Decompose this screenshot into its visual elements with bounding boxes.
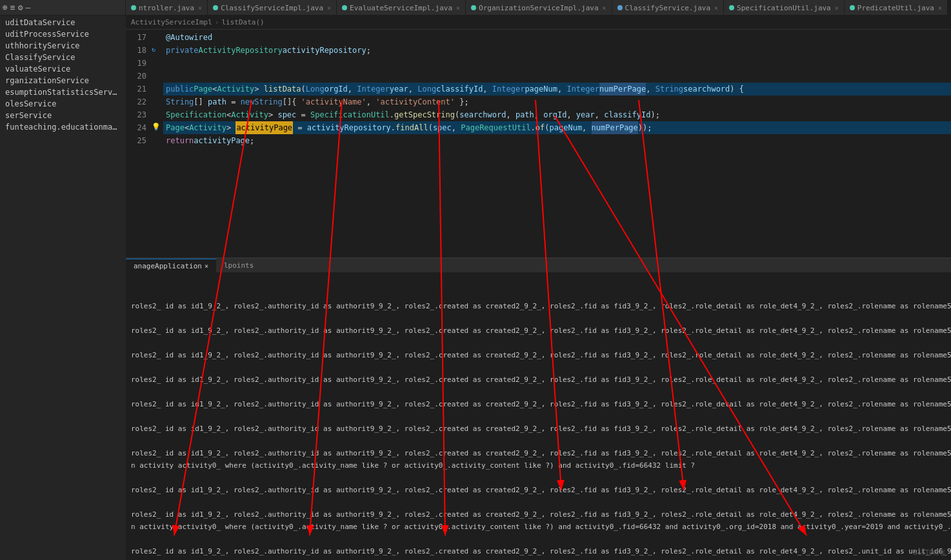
bottom-panel: anageApplication×lpoints roles2_ id as i… — [126, 257, 951, 560]
code-line: private ActivityRepository activityRepos… — [163, 44, 951, 57]
icon-section: ⊕ ≡ ⚙ — — [0, 0, 126, 15]
panel-line — [126, 435, 951, 447]
line-numbers: 171819202122232425 — [126, 30, 152, 257]
panel-line — [126, 361, 951, 374]
tab-tab3[interactable]: EvaluateServiceImpl.java× — [337, 0, 466, 15]
sidebar-item-5[interactable]: rganizationService — [0, 75, 126, 86]
breadcrumb-method[interactable]: listData() — [221, 18, 264, 26]
tab-tab5[interactable]: ClassifyService.java× — [612, 0, 724, 15]
minimize-icon[interactable]: — — [25, 3, 30, 12]
tab-dot — [342, 5, 347, 10]
breadcrumb: ActivityServiceImpl › listData() — [126, 15, 951, 30]
sidebar-item-4[interactable]: valuateService — [0, 63, 126, 75]
panel-tabs: anageApplication×lpoints — [126, 259, 951, 273]
tab-tab1[interactable]: ntroller.java× — [126, 0, 208, 15]
tab-dot — [617, 5, 623, 10]
panel-tab[interactable]: lpoints — [216, 259, 261, 273]
panel-line — [126, 472, 951, 484]
watermark: 51CTO博客 — [914, 548, 946, 557]
line-number: 19 — [126, 57, 146, 70]
tab-close-button[interactable]: × — [714, 5, 718, 12]
panel-line: n activity activity0_ where (activity0_.… — [126, 521, 951, 533]
main-area: uditDataServiceuditProcessServiceuthhori… — [0, 15, 951, 560]
panel-line — [126, 533, 951, 545]
gutter-cell — [152, 55, 163, 68]
menu-icon[interactable]: ≡ — [10, 3, 15, 12]
tab-bar: ntroller.java×ClassifyServiceImpl.java×E… — [126, 0, 951, 15]
tab-label: PredicateUtil.java — [857, 4, 934, 12]
tab-label: SpecificationUtil.java — [737, 4, 831, 12]
code-line: @Autowired — [163, 31, 951, 44]
gutter-cell — [152, 68, 163, 81]
gutter-cell — [152, 133, 163, 146]
tab-label: ntroller.java — [139, 4, 194, 12]
settings-icon[interactable]: ⚙ — [18, 3, 23, 12]
line-number: 20 — [126, 70, 146, 83]
panel-line — [126, 496, 951, 508]
sidebar-item-3[interactable]: ClassifyService — [0, 52, 126, 63]
line-number: 25 — [126, 134, 146, 147]
tab-tab4[interactable]: OrganizationServiceImpl.java× — [466, 0, 612, 15]
panel-line: roles2_ id as id1_9_2_, roles2_.authorit… — [126, 484, 951, 496]
panel-tab-close[interactable]: × — [205, 263, 208, 270]
tab-dot — [471, 5, 476, 10]
panel-content: roles2_ id as id1_9_2_, roles2_.authorit… — [126, 273, 951, 560]
line-number: 23 — [126, 108, 146, 121]
tab-dot — [729, 5, 734, 10]
panel-line: roles2_ id as id1_9_2_, roles2_.authorit… — [126, 325, 951, 337]
code-line: Specification<Activity> spec = Specifica… — [163, 108, 951, 121]
panel-line — [126, 386, 951, 398]
tab-dot — [213, 5, 218, 10]
sidebar-item-2[interactable]: uthhorityService — [0, 40, 126, 52]
tab-tab6[interactable]: SpecificationUtil.java× — [724, 0, 845, 15]
gutter-cell — [152, 94, 163, 107]
tab-tab7[interactable]: PredicateUtil.java× — [845, 0, 948, 15]
sidebar-item-8[interactable]: serService — [0, 110, 126, 121]
code-line: return activityPage; — [163, 134, 951, 147]
sidebar: uditDataServiceuditProcessServiceuthhori… — [0, 15, 126, 560]
gutter-cell — [152, 30, 163, 43]
tab-label: ClassifyService.java — [625, 4, 710, 12]
tab-dot — [131, 5, 136, 10]
line-number: 22 — [126, 95, 146, 108]
tab-tab8[interactable]: ActivityService× — [948, 0, 951, 15]
sidebar-item-7[interactable]: olesService — [0, 98, 126, 110]
panel-line: roles2_ id as id1_9_2_, roles2_.authorit… — [126, 508, 951, 521]
tab-label: OrganizationServiceImpl.java — [479, 4, 598, 12]
tab-close-button[interactable]: × — [327, 5, 331, 12]
sidebar-item-9[interactable]: funteaching.educationmanage.Servi — [0, 121, 126, 133]
panel-line: roles2_ id as id1_9_2_, roles2_.authorit… — [126, 423, 951, 435]
line-number: 18 — [126, 44, 146, 57]
sidebar-item-6[interactable]: esumptionStatisticsService — [0, 86, 126, 98]
panel-line: roles2_ id as id1_9_2_, roles2_.authorit… — [126, 398, 951, 410]
panel-line: roles2_ id as id1_9_2_, roles2_.authorit… — [126, 447, 951, 459]
panel-line — [126, 312, 951, 325]
code-line: public Page<Activity> listData(Long orgI… — [163, 83, 951, 95]
tab-close-button[interactable]: × — [456, 5, 460, 12]
tab-tab2[interactable]: ClassifyServiceImpl.java× — [208, 0, 337, 15]
tab-close-button[interactable]: × — [198, 5, 202, 12]
panel-line: roles2_ id as id1_9_2_, roles2_.authorit… — [126, 349, 951, 361]
panel-line: roles2_ id as id1_9_2_, roles2_.authorit… — [126, 374, 951, 386]
breadcrumb-class[interactable]: ActivityServiceImpl — [131, 18, 212, 26]
panel-tab[interactable]: anageApplication× — [126, 259, 216, 273]
tab-close-button[interactable]: × — [835, 5, 839, 12]
line-number: 17 — [126, 31, 146, 44]
panel-line — [126, 410, 951, 423]
gutter-cell — [152, 107, 163, 120]
sidebar-item-0[interactable]: uditDataService — [0, 17, 126, 28]
tab-close-button[interactable]: × — [603, 5, 606, 12]
gutter-cell: ↻ — [152, 43, 163, 55]
panel-line — [126, 337, 951, 349]
panel-line: roles2_ id as id1_9_2_, roles2_.authorit… — [126, 545, 951, 557]
code-line: String[] path = new String[]{ 'activityN… — [163, 95, 951, 108]
tab-close-button[interactable]: × — [938, 5, 942, 12]
panel-line: n activity activity0_ where (activity0_.… — [126, 459, 951, 472]
tab-label: ClassifyServiceImpl.java — [221, 4, 323, 12]
sidebar-item-1[interactable]: uditProcessService — [0, 28, 126, 40]
line-number: 24 — [126, 121, 146, 134]
panel-line: roles2_ id as id1_9_2_, roles2_.authorit… — [126, 300, 951, 312]
gutter: ↻💡 — [152, 30, 163, 257]
code-content[interactable]: @Autowiredprivate ActivityRepository act… — [163, 30, 951, 257]
add-icon[interactable]: ⊕ — [3, 3, 8, 12]
